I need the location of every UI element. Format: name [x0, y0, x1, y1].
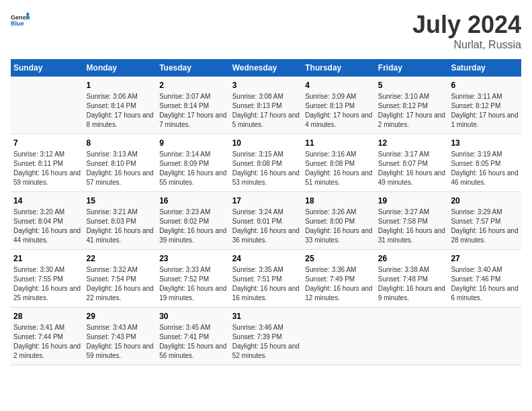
day-number: 17	[232, 196, 300, 205]
day-cell: 7Sunrise: 3:12 AM Sunset: 8:11 PM Daylig…	[11, 134, 84, 192]
day-number: 20	[451, 196, 519, 205]
day-info: Sunrise: 3:40 AM Sunset: 7:46 PM Dayligh…	[451, 265, 519, 303]
day-number: 28	[13, 312, 81, 321]
day-cell: 2Sunrise: 3:07 AM Sunset: 8:14 PM Daylig…	[157, 77, 230, 134]
day-number: 25	[305, 254, 373, 263]
day-number: 5	[378, 81, 446, 90]
day-cell: 21Sunrise: 3:30 AM Sunset: 7:55 PM Dayli…	[11, 250, 84, 308]
day-number: 11	[305, 138, 373, 148]
day-info: Sunrise: 3:20 AM Sunset: 8:04 PM Dayligh…	[13, 208, 81, 245]
header-cell-tuesday: Tuesday	[157, 59, 230, 77]
day-info: Sunrise: 3:11 AM Sunset: 8:12 PM Dayligh…	[451, 92, 519, 130]
day-info: Sunrise: 3:24 AM Sunset: 8:01 PM Dayligh…	[232, 208, 300, 245]
day-cell: 3Sunrise: 3:08 AM Sunset: 8:13 PM Daylig…	[230, 77, 303, 134]
day-number: 27	[451, 254, 519, 263]
day-info: Sunrise: 3:41 AM Sunset: 7:44 PM Dayligh…	[13, 323, 81, 361]
day-cell: 18Sunrise: 3:26 AM Sunset: 8:00 PM Dayli…	[302, 192, 375, 250]
day-cell: 28Sunrise: 3:41 AM Sunset: 7:44 PM Dayli…	[11, 308, 84, 365]
svg-text:Blue: Blue	[11, 20, 24, 27]
week-row-5: 28Sunrise: 3:41 AM Sunset: 7:44 PM Dayli…	[11, 308, 521, 365]
header-cell-saturday: Saturday	[448, 59, 521, 77]
day-cell	[448, 308, 521, 365]
day-cell	[11, 77, 84, 134]
day-info: Sunrise: 3:23 AM Sunset: 8:02 PM Dayligh…	[159, 208, 227, 245]
day-info: Sunrise: 3:12 AM Sunset: 8:11 PM Dayligh…	[13, 150, 81, 187]
day-info: Sunrise: 3:27 AM Sunset: 7:58 PM Dayligh…	[378, 208, 446, 245]
day-cell: 5Sunrise: 3:10 AM Sunset: 8:12 PM Daylig…	[375, 77, 449, 134]
day-cell: 16Sunrise: 3:23 AM Sunset: 8:02 PM Dayli…	[157, 192, 230, 250]
day-number: 12	[378, 138, 446, 148]
day-number: 23	[159, 254, 227, 263]
day-cell: 30Sunrise: 3:45 AM Sunset: 7:41 PM Dayli…	[157, 308, 230, 365]
day-number: 13	[451, 138, 519, 148]
day-info: Sunrise: 3:29 AM Sunset: 7:57 PM Dayligh…	[451, 208, 519, 245]
day-info: Sunrise: 3:35 AM Sunset: 7:51 PM Dayligh…	[232, 265, 300, 303]
week-row-4: 21Sunrise: 3:30 AM Sunset: 7:55 PM Dayli…	[11, 250, 521, 308]
day-info: Sunrise: 3:07 AM Sunset: 8:14 PM Dayligh…	[159, 92, 227, 130]
day-number: 3	[232, 81, 300, 90]
day-info: Sunrise: 3:36 AM Sunset: 7:49 PM Dayligh…	[305, 265, 373, 303]
day-cell: 26Sunrise: 3:38 AM Sunset: 7:48 PM Dayli…	[375, 250, 449, 308]
day-info: Sunrise: 3:45 AM Sunset: 7:41 PM Dayligh…	[159, 323, 227, 361]
day-info: Sunrise: 3:19 AM Sunset: 8:05 PM Dayligh…	[451, 150, 519, 187]
day-cell: 19Sunrise: 3:27 AM Sunset: 7:58 PM Dayli…	[375, 192, 449, 250]
day-info: Sunrise: 3:33 AM Sunset: 7:52 PM Dayligh…	[159, 265, 227, 303]
day-info: Sunrise: 3:46 AM Sunset: 7:39 PM Dayligh…	[232, 323, 300, 361]
day-cell: 6Sunrise: 3:11 AM Sunset: 8:12 PM Daylig…	[448, 77, 521, 134]
logo-icon: General Blue	[11, 11, 30, 30]
day-cell: 24Sunrise: 3:35 AM Sunset: 7:51 PM Dayli…	[230, 250, 303, 308]
day-cell: 15Sunrise: 3:21 AM Sunset: 8:03 PM Dayli…	[84, 192, 157, 250]
day-info: Sunrise: 3:26 AM Sunset: 8:00 PM Dayligh…	[305, 208, 373, 245]
day-number: 9	[159, 138, 227, 148]
day-info: Sunrise: 3:43 AM Sunset: 7:43 PM Dayligh…	[87, 323, 154, 361]
day-info: Sunrise: 3:21 AM Sunset: 8:03 PM Dayligh…	[87, 208, 154, 245]
day-info: Sunrise: 3:15 AM Sunset: 8:08 PM Dayligh…	[232, 150, 300, 187]
day-number: 22	[87, 254, 154, 263]
day-number: 31	[232, 312, 300, 321]
day-info: Sunrise: 3:16 AM Sunset: 8:08 PM Dayligh…	[305, 150, 373, 187]
day-cell: 13Sunrise: 3:19 AM Sunset: 8:05 PM Dayli…	[448, 134, 521, 192]
header-cell-monday: Monday	[84, 59, 157, 77]
day-cell: 27Sunrise: 3:40 AM Sunset: 7:46 PM Dayli…	[448, 250, 521, 308]
day-info: Sunrise: 3:09 AM Sunset: 8:13 PM Dayligh…	[305, 92, 373, 130]
day-number: 16	[159, 196, 227, 205]
week-row-1: 1Sunrise: 3:06 AM Sunset: 8:14 PM Daylig…	[11, 77, 521, 134]
day-cell: 14Sunrise: 3:20 AM Sunset: 8:04 PM Dayli…	[11, 192, 84, 250]
day-info: Sunrise: 3:14 AM Sunset: 8:09 PM Dayligh…	[159, 150, 227, 187]
day-number: 15	[87, 196, 154, 205]
day-number: 29	[87, 312, 154, 321]
day-cell: 10Sunrise: 3:15 AM Sunset: 8:08 PM Dayli…	[230, 134, 303, 192]
day-cell: 1Sunrise: 3:06 AM Sunset: 8:14 PM Daylig…	[84, 77, 157, 134]
day-info: Sunrise: 3:38 AM Sunset: 7:48 PM Dayligh…	[378, 265, 446, 303]
day-info: Sunrise: 3:13 AM Sunset: 8:10 PM Dayligh…	[87, 150, 154, 187]
day-cell: 8Sunrise: 3:13 AM Sunset: 8:10 PM Daylig…	[84, 134, 157, 192]
day-cell: 11Sunrise: 3:16 AM Sunset: 8:08 PM Dayli…	[302, 134, 375, 192]
day-info: Sunrise: 3:30 AM Sunset: 7:55 PM Dayligh…	[13, 265, 81, 303]
day-info: Sunrise: 3:32 AM Sunset: 7:54 PM Dayligh…	[87, 265, 154, 303]
day-info: Sunrise: 3:17 AM Sunset: 8:07 PM Dayligh…	[378, 150, 446, 187]
day-cell: 20Sunrise: 3:29 AM Sunset: 7:57 PM Dayli…	[448, 192, 521, 250]
day-number: 24	[232, 254, 300, 263]
day-cell: 29Sunrise: 3:43 AM Sunset: 7:43 PM Dayli…	[84, 308, 157, 365]
day-cell	[302, 308, 375, 365]
header-cell-sunday: Sunday	[11, 59, 84, 77]
day-number: 6	[451, 81, 519, 90]
day-number: 2	[159, 81, 227, 90]
day-info: Sunrise: 3:10 AM Sunset: 8:12 PM Dayligh…	[378, 92, 446, 130]
header-cell-thursday: Thursday	[302, 59, 375, 77]
day-cell: 12Sunrise: 3:17 AM Sunset: 8:07 PM Dayli…	[375, 134, 449, 192]
title-area: July 2024 Nurlat, Russia	[412, 11, 521, 51]
subtitle: Nurlat, Russia	[412, 39, 521, 51]
day-number: 8	[87, 138, 154, 148]
day-info: Sunrise: 3:08 AM Sunset: 8:13 PM Dayligh…	[232, 92, 300, 130]
day-cell: 9Sunrise: 3:14 AM Sunset: 8:09 PM Daylig…	[157, 134, 230, 192]
day-number: 18	[305, 196, 373, 205]
day-cell: 31Sunrise: 3:46 AM Sunset: 7:39 PM Dayli…	[230, 308, 303, 365]
week-row-2: 7Sunrise: 3:12 AM Sunset: 8:11 PM Daylig…	[11, 134, 521, 192]
main-title: July 2024	[412, 11, 521, 39]
day-number: 4	[305, 81, 373, 90]
week-row-3: 14Sunrise: 3:20 AM Sunset: 8:04 PM Dayli…	[11, 192, 521, 250]
day-number: 21	[13, 254, 81, 263]
day-cell: 23Sunrise: 3:33 AM Sunset: 7:52 PM Dayli…	[157, 250, 230, 308]
header-row: SundayMondayTuesdayWednesdayThursdayFrid…	[11, 59, 521, 77]
